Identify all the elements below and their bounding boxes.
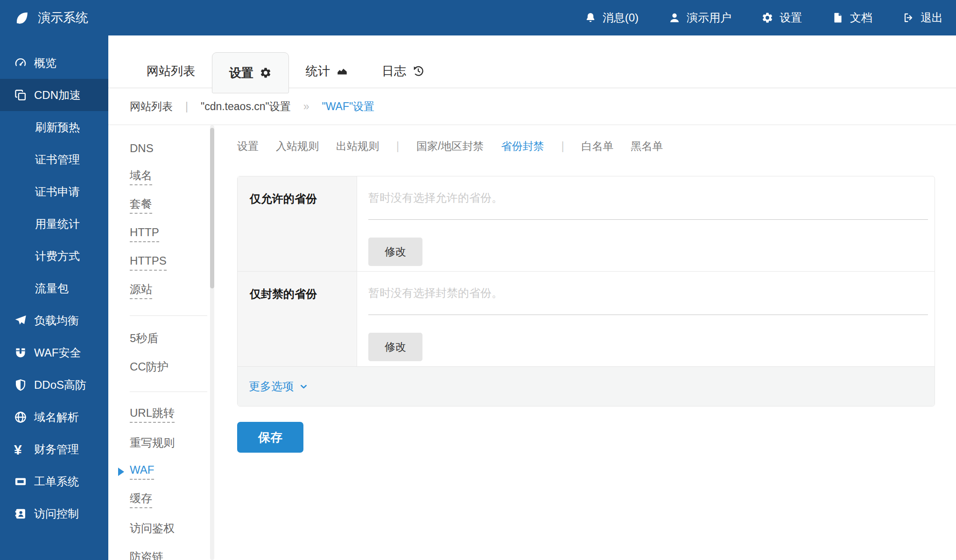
chart-area-icon xyxy=(336,65,348,77)
subtab[interactable]: 设置 xyxy=(237,139,259,154)
submenu-item[interactable]: 套餐 xyxy=(130,191,207,220)
submenu-item[interactable]: URL跳转 xyxy=(130,400,207,429)
brand[interactable]: 演示系统 xyxy=(14,9,88,26)
user-icon xyxy=(668,12,681,24)
main-area: 网站列表 设置 统计 日志 网站列表 | "cdn.teaos xyxy=(108,35,956,560)
submenu-item[interactable]: DNS xyxy=(130,134,207,163)
submenu-group: DNS 域名 套餐 xyxy=(130,134,207,305)
topbar-item[interactable]: 退出 xyxy=(902,10,943,25)
gear-icon xyxy=(260,67,272,79)
shield-half-icon xyxy=(14,378,27,392)
waf-settings-content: 设置 入站规则 出站规则 | 国家/地区封禁 省份封禁 | 白名单 黑名单 xyxy=(214,125,956,560)
tab[interactable]: 设置 xyxy=(212,52,289,93)
submenu-item-label: HTTPS xyxy=(130,254,167,271)
sidebar-item-label: DDoS高防 xyxy=(34,378,86,392)
sidebar-item[interactable]: 刷新预热 xyxy=(0,111,108,143)
submenu-item[interactable]: 重写规则 xyxy=(130,429,207,457)
subtab: | xyxy=(396,140,399,153)
globe-icon xyxy=(14,411,27,424)
sidebar-item[interactable]: 用量统计 xyxy=(0,208,108,240)
sidebar-item-label: CDN加速 xyxy=(34,88,81,103)
tab-label: 设置 xyxy=(229,65,253,81)
subtab[interactable]: 白名单 xyxy=(581,139,613,154)
submenu-item[interactable]: HTTP xyxy=(130,220,207,248)
gear-icon xyxy=(761,12,773,24)
submenu-item[interactable]: 5秒盾 xyxy=(130,324,207,353)
topbar-item[interactable]: 设置 xyxy=(761,10,802,25)
topbar-item-label: 文档 xyxy=(850,10,872,25)
breadcrumb-item[interactable]: "WAF"设置 xyxy=(322,99,375,114)
topbar: 演示系统 消息(0) 演示用户 设置 文档 xyxy=(0,0,956,35)
sidebar-item[interactable]: 概览 xyxy=(0,47,108,79)
submenu-item[interactable]: 缓存 xyxy=(130,486,207,514)
form-footer: 更多选项 xyxy=(238,367,935,406)
sidebar-item[interactable]: 访问控制 xyxy=(0,497,108,530)
more-options-link[interactable]: 更多选项 xyxy=(249,379,309,394)
sidebar-item-label: 负载均衡 xyxy=(34,313,79,328)
modify-button[interactable]: 修改 xyxy=(368,238,422,266)
form-rows: 仅允许的省份 暂时没有选择允许的省份。 修改 仅封禁的省份 暂时没有选择封禁的 xyxy=(238,176,935,367)
breadcrumb-item: | xyxy=(185,100,188,113)
submenu-item[interactable]: 访问鉴权 xyxy=(130,514,207,543)
more-options-label: 更多选项 xyxy=(249,379,294,394)
form-row-label: 仅允许的省份 xyxy=(238,176,357,271)
submenu-group: 5秒盾 CC防护 xyxy=(130,315,207,381)
breadcrumb-item[interactable]: "cdn.teaos.cn"设置 xyxy=(201,99,291,114)
tab-label: 统计 xyxy=(306,63,330,79)
scrollbar-thumb[interactable] xyxy=(210,128,214,288)
clone-icon xyxy=(14,89,27,102)
submenu-item-label: 访问鉴权 xyxy=(130,522,175,535)
tab[interactable]: 统计 xyxy=(289,54,365,88)
sidebar-item[interactable]: 工单系统 xyxy=(0,465,108,497)
breadcrumb: 网站列表 | "cdn.teaos.cn"设置 » "WAF"设置 xyxy=(108,88,956,125)
subtab: | xyxy=(561,140,564,153)
topbar-nav: 消息(0) 演示用户 设置 文档 退出 xyxy=(584,10,943,25)
form-row: 仅封禁的省份 暂时没有选择封禁的省份。 修改 xyxy=(238,272,935,367)
save-button[interactable]: 保存 xyxy=(237,422,303,453)
submenu-item[interactable]: HTTPS xyxy=(130,248,207,277)
input-underline xyxy=(368,315,928,315)
sidebar-item[interactable]: WAF安全 xyxy=(0,336,108,369)
topbar-item[interactable]: 消息(0) xyxy=(584,10,639,25)
sidebar-item-label: 财务管理 xyxy=(34,442,79,457)
topbar-item-label: 退出 xyxy=(921,10,943,25)
ticket-icon xyxy=(14,475,27,488)
sidebar-item[interactable]: 负载均衡 xyxy=(0,304,108,336)
submenu-item[interactable]: 域名 xyxy=(130,163,207,191)
sidebar-item[interactable]: CDN加速 xyxy=(0,79,108,111)
tab[interactable]: 日志 xyxy=(365,54,441,88)
breadcrumb-item[interactable]: 网站列表 xyxy=(130,99,173,114)
submenu-item[interactable]: 源站 xyxy=(130,277,207,305)
sidebar-item[interactable]: 域名解析 xyxy=(0,401,108,433)
breadcrumb-item: » xyxy=(303,100,309,113)
submenu-item[interactable]: 防盗链 xyxy=(130,543,207,560)
modify-button[interactable]: 修改 xyxy=(368,333,422,361)
sidebar-item-label: 流量包 xyxy=(35,281,69,296)
sidebar-item[interactable]: 证书申请 xyxy=(0,175,108,208)
sidebar-item[interactable]: 证书管理 xyxy=(0,143,108,175)
gauge-icon xyxy=(14,56,27,70)
subtab[interactable]: 省份封禁 xyxy=(501,139,544,154)
subtab[interactable]: 入站规则 xyxy=(276,139,319,154)
tab[interactable]: 网站列表 xyxy=(130,54,212,88)
topbar-item-label: 演示用户 xyxy=(687,10,731,25)
submenu-scrollbar[interactable] xyxy=(210,125,214,560)
topbar-item[interactable]: 演示用户 xyxy=(668,10,731,25)
sidebar-item[interactable]: 流量包 xyxy=(0,272,108,304)
paper-plane-icon xyxy=(14,314,27,327)
form-row-label: 仅封禁的省份 xyxy=(238,272,357,366)
topbar-item-label: 设置 xyxy=(780,10,802,25)
submenu-item[interactable]: WAF xyxy=(130,457,207,486)
submenu-item[interactable]: CC防护 xyxy=(130,353,207,381)
subtab[interactable]: 黑名单 xyxy=(631,139,663,154)
subtab[interactable]: 出站规则 xyxy=(336,139,379,154)
subtab[interactable]: 国家/地区封禁 xyxy=(416,139,484,154)
sidebar-item[interactable]: ¥ 财务管理 xyxy=(0,433,108,465)
submenu-item-label: 域名 xyxy=(130,169,152,185)
submenu-item-label: CC防护 xyxy=(130,360,169,374)
sidebar-item[interactable]: DDoS高防 xyxy=(0,369,108,401)
sidebar-item[interactable]: 计费方式 xyxy=(0,240,108,272)
topbar-item[interactable]: 文档 xyxy=(832,10,872,25)
submenu-item-label: HTTP xyxy=(130,226,159,242)
form-row-value: 暂时没有选择允许的省份。 修改 xyxy=(357,176,935,271)
